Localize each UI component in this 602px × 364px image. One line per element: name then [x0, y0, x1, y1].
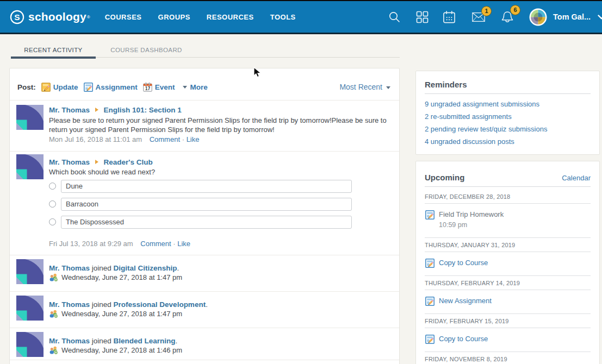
- reminder-link-ungraded-assignments[interactable]: 9 ungraded assignment submissions: [425, 98, 591, 110]
- tab-course-dashboard-label: COURSE DASHBOARD: [110, 47, 182, 53]
- sort-most-recent-dropdown[interactable]: Most Recent: [339, 83, 390, 91]
- notifications-button[interactable]: 6: [501, 10, 514, 24]
- sort-caret-down-icon: [386, 86, 390, 89]
- sort-label: Most Recent: [339, 83, 382, 91]
- author-link[interactable]: Mr. Thomas: [49, 337, 90, 345]
- poll-option-barracoon[interactable]: Barracoon: [61, 198, 352, 211]
- tab-recent-activity-label: RECENT ACTIVITY: [24, 47, 82, 53]
- author-avatar[interactable]: [16, 154, 44, 179]
- reminder-link-pending-review[interactable]: 2 pending review test/quiz submissions: [425, 123, 591, 135]
- search-button[interactable]: [388, 11, 401, 23]
- upcoming-events-group: Field Trip Homework 10:59 pm: [425, 204, 591, 237]
- post-title-row: Mr. Thomas Reader's Club: [49, 158, 392, 166]
- user-name: Tom Gal...: [553, 12, 591, 21]
- comment-link[interactable]: Comment: [150, 135, 180, 143]
- poll-radio-the-dispossessed[interactable]: [49, 218, 56, 225]
- messages-badge: 1: [481, 6, 492, 16]
- profile-menu[interactable]: Tom Gal...: [529, 8, 602, 26]
- reminders-list: 9 ungraded assignment submissions 2 re-s…: [416, 94, 599, 148]
- event-title-link[interactable]: New Assignment: [439, 297, 591, 305]
- upcoming-date-header: THURSDAY, JANUARY 31, 2019: [425, 237, 591, 252]
- author-link[interactable]: Mr. Thomas: [49, 158, 90, 166]
- profile-chevron-down-icon: [598, 15, 602, 20]
- poll-option-dune[interactable]: Dune: [61, 180, 352, 193]
- menu-item-tools[interactable]: TOOLS: [262, 8, 304, 27]
- upcoming-events-group: Copy to Course: [425, 328, 591, 352]
- logo-wordmark: schoology: [28, 10, 86, 23]
- post-meta-row: Mon Jul 16, 2018 at 11:01 am Comment · L…: [49, 135, 392, 143]
- course-link[interactable]: English 101: Section 1: [104, 106, 182, 114]
- calendar-nav-button[interactable]: [443, 10, 456, 24]
- joined-meta-row: Wednesday, June 27, 2018 at 1:47 pm: [49, 273, 392, 282]
- author-avatar[interactable]: [16, 332, 44, 357]
- post-timestamp: Mon Jul 16, 2018 at 11:01 am: [49, 135, 142, 143]
- logo-registered-mark: ®: [87, 15, 90, 20]
- more-caret-down-icon: [183, 86, 187, 89]
- post-body: Please be sure to return your signed Par…: [49, 116, 392, 134]
- event-time: 10:59 pm: [439, 221, 591, 229]
- tab-recent-activity[interactable]: RECENT ACTIVITY: [11, 41, 96, 58]
- post-timestamp: Wednesday, June 27, 2018 at 1:47 pm: [61, 273, 182, 281]
- joined-meta-row: Wednesday, June 27, 2018 at 1:46 pm: [49, 346, 392, 355]
- menu-item-courses[interactable]: COURSES: [97, 8, 150, 27]
- upcoming-title: Upcoming: [425, 173, 464, 182]
- post-assignment-button[interactable]: Assignment: [84, 83, 138, 92]
- upcoming-event: Copy to Course: [425, 335, 591, 343]
- avatar-placeholder-icon: [16, 296, 44, 321]
- post-label: Post:: [17, 83, 36, 91]
- sentence-period: .: [176, 337, 178, 345]
- poll-radio-barracoon[interactable]: [49, 200, 56, 208]
- tab-course-dashboard[interactable]: COURSE DASHBOARD: [96, 41, 197, 58]
- course-link[interactable]: Blended Learning: [114, 337, 176, 345]
- feed-item-joined: Mr. Thomas joined Professional Developme…: [10, 292, 399, 328]
- joined-meta-row: Wednesday, June 27, 2018 at 1:47 pm: [49, 309, 392, 318]
- assignment-note-icon: [425, 259, 435, 268]
- joined-title-row: Mr. Thomas joined Blended Learning.: [49, 337, 392, 345]
- apps-grid-button[interactable]: [415, 11, 429, 23]
- sentence-period: .: [206, 300, 208, 309]
- avatar-placeholder-icon: [16, 154, 44, 179]
- feed-item-joined: Mr. Thomas joined Blended Learning. Wedn…: [10, 328, 399, 360]
- post-update-button[interactable]: Update: [41, 83, 78, 92]
- course-link[interactable]: Digital Citizenship: [114, 264, 177, 272]
- post-event-button[interactable]: Event: [143, 83, 175, 92]
- reminder-link-ungraded-discussions[interactable]: 4 ungraded discussion posts: [425, 135, 591, 148]
- event-title-link[interactable]: Copy to Course: [439, 259, 591, 267]
- activity-feed-card: Post: Update Assignment Event More Most …: [9, 68, 400, 364]
- navbar-right-icons: 1 6 Tom Gal...: [388, 1, 602, 33]
- feed-item-update: Mr. Thomas English 101: Section 1 Please…: [10, 101, 399, 152]
- course-link[interactable]: Professional Development: [114, 300, 206, 309]
- author-avatar[interactable]: [16, 296, 44, 321]
- poll-option-the-dispossessed[interactable]: The Dispossessed: [61, 216, 352, 229]
- messages-button[interactable]: 1: [472, 11, 485, 23]
- author-avatar[interactable]: [16, 105, 44, 130]
- joined-title-row: Mr. Thomas joined Professional Developme…: [49, 300, 392, 309]
- post-meta-row: Fri Jul 13, 2018 at 9:29 am Comment · Li…: [49, 240, 392, 248]
- apps-grid-icon: [416, 11, 429, 23]
- joined-verb: joined: [92, 337, 111, 345]
- comment-link[interactable]: Comment: [140, 240, 171, 248]
- event-title-link[interactable]: Copy to Course: [439, 335, 591, 343]
- poll-option-row: Dune: [49, 180, 392, 193]
- feed-item-joined: Mr. Thomas joined Digital Citizenship. W…: [10, 255, 399, 292]
- schoology-logo[interactable]: S schoology®: [10, 10, 90, 24]
- upcoming-date-header: FRIDAY, NOVEMBER 8, 2019: [425, 352, 591, 364]
- author-avatar[interactable]: [16, 259, 44, 284]
- like-link[interactable]: Like: [187, 135, 200, 143]
- author-link[interactable]: Mr. Thomas: [49, 264, 90, 272]
- author-link[interactable]: Mr. Thomas: [49, 300, 90, 309]
- author-link[interactable]: Mr. Thomas: [49, 106, 90, 114]
- avatar-placeholder-icon: [16, 259, 44, 284]
- poll-radio-dune[interactable]: [49, 183, 56, 190]
- reminder-link-resubmitted-assignments[interactable]: 2 re-submitted assignments: [425, 110, 591, 123]
- group-link[interactable]: Reader's Club: [104, 158, 153, 166]
- post-timestamp: Fri Jul 13, 2018 at 9:29 am: [49, 240, 133, 248]
- event-title[interactable]: Field Trip Homework: [439, 210, 591, 218]
- menu-item-resources[interactable]: RESOURCES: [198, 8, 262, 27]
- menu-item-groups[interactable]: GROUPS: [150, 8, 198, 27]
- calendar-link[interactable]: Calendar: [562, 174, 591, 182]
- post-more-button[interactable]: More: [183, 83, 208, 91]
- joined-verb: joined: [92, 300, 111, 309]
- like-link[interactable]: Like: [177, 240, 190, 248]
- upcoming-card: Upcoming Calendar FRIDAY, DECEMBER 28, 2…: [415, 161, 600, 364]
